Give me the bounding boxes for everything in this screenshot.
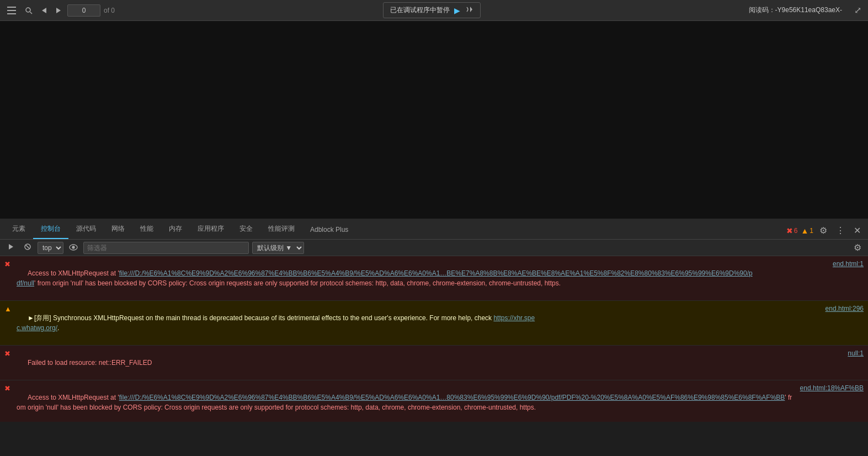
tab-network[interactable]: 网络 <box>104 220 132 239</box>
expand-button[interactable]: ⤢ <box>852 3 864 18</box>
search-button[interactable] <box>22 4 35 17</box>
cors-link-1[interactable]: file:///D:/%E6%A1%8C%E9%9D%A2%E6%96%87%E… <box>17 269 753 287</box>
devtools-more-button[interactable]: ⋮ <box>833 224 848 237</box>
svg-point-3 <box>26 8 30 12</box>
clear-console-button[interactable] <box>21 242 34 253</box>
error-icon-4: ✖ <box>4 383 13 394</box>
resume-button[interactable]: ▶ <box>454 6 460 15</box>
warning-icon-2: ▲ <box>4 304 13 315</box>
execute-button[interactable] <box>4 242 18 253</box>
devtools-close-button[interactable]: ✕ <box>851 224 864 237</box>
console-msg-content-4: Access to XMLHttpRequest at 'file:///D:/… <box>17 383 796 422</box>
svg-marker-6 <box>56 8 61 13</box>
console-message-4: ✖ Access to XMLHttpRequest at 'file:///D… <box>0 380 868 422</box>
error-icon-1: ✖ <box>4 259 13 270</box>
tab-console[interactable]: 控制台 <box>33 220 68 239</box>
tab-adblock[interactable]: Adblock Plus <box>302 221 356 239</box>
devtools-tabs-bar: 元素 控制台 源代码 网络 性能 内存 应用程序 安全 性能评测 Adblock… <box>0 219 868 240</box>
search-of-label: of 0 <box>104 7 115 14</box>
console-messages-area: ✖ Access to XMLHttpRequest at 'file:///D… <box>0 256 868 422</box>
svg-marker-5 <box>42 8 46 13</box>
error-count-badge: ✖ 6 <box>786 226 798 235</box>
top-toolbar: of 0 已在调试程序中暂停 ▶ 阅读码：-Y9e56K11eaQ83aeX- … <box>0 0 868 21</box>
warning-count: 1 <box>810 227 813 235</box>
tab-security[interactable]: 安全 <box>232 220 260 239</box>
console-message-1: ✖ Access to XMLHttpRequest at 'file:///D… <box>0 256 868 301</box>
svg-rect-1 <box>7 10 16 11</box>
console-toolbar: top 默认级别 ▼ ⚙ <box>0 240 868 256</box>
console-settings-button[interactable]: ⚙ <box>851 241 864 254</box>
cors-link-2[interactable]: file:///D:/%E6%A1%8C%E9%9D%A2%E6%96%87%E… <box>119 394 785 401</box>
level-selector[interactable]: 默认级别 ▼ <box>252 242 304 254</box>
search-input[interactable] <box>67 4 100 17</box>
paused-label: 已在调试程序中暂停 <box>390 6 450 15</box>
xhr-link[interactable]: https://xhr.spec.whatwg.org/ <box>17 314 535 332</box>
console-message-2: ▲ ►[弃用] Synchronous XMLHttpRequest on th… <box>0 301 868 346</box>
step-button[interactable] <box>465 5 473 15</box>
forward-button[interactable] <box>53 5 64 16</box>
filter-input[interactable] <box>83 242 249 254</box>
tab-elements[interactable]: 元素 <box>4 220 33 239</box>
reader-code-label: 阅读码：-Y9e56K11eaQ83aeX- <box>749 6 842 15</box>
svg-line-9 <box>26 245 29 248</box>
devtools-tab-actions: ✖ 6 ▲ 1 ⚙ ⋮ ✕ <box>786 224 864 239</box>
eye-button[interactable] <box>67 242 80 253</box>
tab-sources[interactable]: 源代码 <box>68 220 104 239</box>
tab-performance[interactable]: 性能 <box>132 220 161 239</box>
console-source-4[interactable]: end.html:18%AF%BB <box>800 383 864 393</box>
tab-application[interactable]: 应用程序 <box>190 220 232 239</box>
error-icon: ✖ <box>786 226 793 235</box>
svg-rect-0 <box>7 7 16 8</box>
console-msg-content-2: ►[弃用] Synchronous XMLHttpRequest on the … <box>17 303 821 343</box>
back-button[interactable] <box>39 5 50 16</box>
console-source-1[interactable]: end.html:1 <box>833 259 864 269</box>
tab-memory[interactable]: 内存 <box>161 220 190 239</box>
svg-marker-7 <box>9 244 13 250</box>
warning-icon: ▲ <box>801 226 808 235</box>
console-msg-content-3: Failed to load resource: net::ERR_FAILED <box>17 348 843 378</box>
error-count: 6 <box>794 227 798 235</box>
console-source-2[interactable]: end.html:296 <box>826 304 864 314</box>
warning-count-badge: ▲ 1 <box>801 226 813 235</box>
console-msg-content-1: Access to XMLHttpRequest at 'file:///D:/… <box>17 258 828 298</box>
console-message-3: ✖ Failed to load resource: net::ERR_FAIL… <box>0 346 868 380</box>
context-selector[interactable]: top <box>38 242 63 254</box>
tab-performance-insights[interactable]: 性能评测 <box>260 220 302 239</box>
svg-rect-2 <box>7 13 16 14</box>
page-content-area <box>0 21 868 219</box>
paused-badge: 已在调试程序中暂停 ▶ <box>383 2 481 18</box>
console-source-3[interactable]: null:1 <box>848 348 864 358</box>
sidebar-toggle-button[interactable] <box>4 4 19 17</box>
svg-point-11 <box>72 246 74 248</box>
devtools-settings-button[interactable]: ⚙ <box>817 224 830 237</box>
error-icon-3: ✖ <box>4 348 13 359</box>
svg-line-4 <box>30 12 33 14</box>
